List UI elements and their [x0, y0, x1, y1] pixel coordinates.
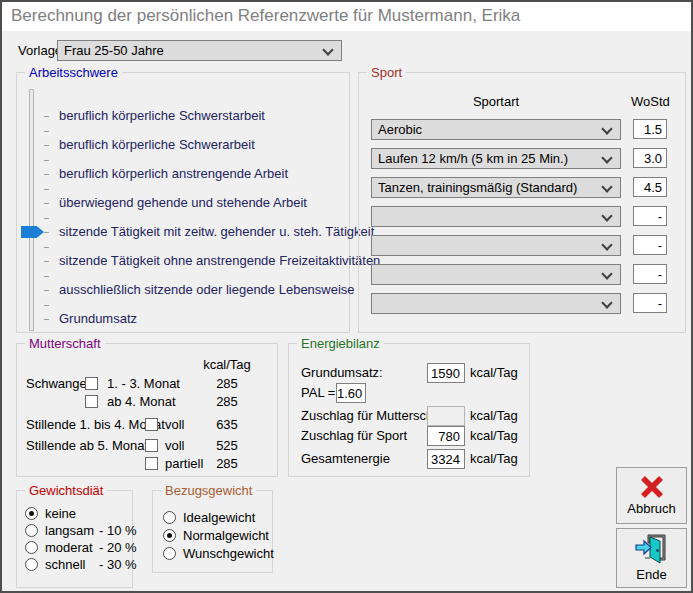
arbeitsschwere-item-2: beruflich körperlich anstrengende Arbeit: [59, 166, 288, 182]
stillende-1-4-voll-label: voll: [165, 417, 185, 433]
schwangere-1-3-monat-checkbox[interactable]: [85, 377, 98, 390]
pal-label: PAL =: [301, 385, 335, 401]
arbeitsschwere-slider-track[interactable]: [29, 89, 34, 331]
sportart-select-4[interactable]: [371, 206, 621, 227]
group-energiebilanz: Energiebilanz Grundumsatz: 1590 kcal/Tag…: [288, 343, 530, 477]
bezugsgewicht-radio-normalgewicht[interactable]: [163, 529, 176, 542]
gewichtsdiaet-pct-langsam: - 10 %: [99, 523, 137, 539]
stillende-ab-5-label: Stillende ab 5. Monat: [26, 438, 148, 454]
schwangere-ab-4-monat-checkbox[interactable]: [85, 395, 98, 408]
dialog-window: Berechnung der persönlichen Referenzwert…: [0, 0, 693, 593]
zuschlag-sport-label: Zuschlag für Sport: [301, 428, 407, 444]
bezugsgewicht-radio-wunschgewicht[interactable]: [163, 547, 176, 560]
arbeitsschwere-item-1: beruflich körperliche Schwerarbeit: [59, 137, 255, 153]
gewichtsdiaet-radio-keine[interactable]: [25, 507, 38, 520]
group-title-bezugsgewicht: Bezugsgewicht: [161, 483, 256, 498]
chevron-down-icon: [601, 268, 612, 279]
stillende-1-4-voll-value: 635: [202, 417, 252, 433]
gewichtsdiaet-radio-langsam[interactable]: [25, 524, 38, 537]
gewichtsdiaet-label-langsam: langsam: [45, 523, 94, 539]
vorlage-value: Frau 25-50 Jahre: [64, 43, 164, 58]
wostd-column-header: WoStd: [631, 94, 669, 110]
stillende-ab-5-voll-value: 525: [202, 438, 252, 454]
red-x-icon: [639, 476, 665, 498]
arbeitsschwere-item-4: sitzende Tätigkeit mit zeitw. gehender u…: [59, 224, 374, 240]
grundumsatz-unit: kcal/Tag: [470, 365, 518, 381]
abbruch-button-label: Abbruch: [627, 501, 675, 516]
wostd-input-7[interactable]: -: [633, 293, 667, 313]
zuschlag-mutterschaft-label: Zuschlag für Mutterschaft: [301, 408, 448, 424]
group-title-energiebilanz: Energiebilanz: [297, 336, 384, 351]
zuschlag-mutterschaft-unit: kcal/Tag: [470, 408, 518, 424]
sportart-select-7[interactable]: [371, 293, 621, 314]
schwangere-1-3-monat-label: 1. - 3. Monat: [107, 376, 180, 392]
pal-value[interactable]: 1.60: [336, 383, 366, 403]
schwangere-1-3-monat-value: 285: [202, 376, 252, 392]
stillende-1-4-label: Stillende 1. bis 4. Monat: [26, 417, 165, 433]
arbeitsschwere-item-0: beruflich körperliche Schwerstarbeit: [59, 108, 265, 124]
group-title-arbeitsschwere: Arbeitsschwere: [25, 65, 122, 80]
arbeitsschwere-slider-thumb[interactable]: [21, 226, 44, 238]
stillende-ab-5-partiell-checkbox[interactable]: [145, 457, 158, 470]
bezugsgewicht-label-wunschgewicht: Wunschgewicht: [183, 546, 274, 562]
group-mutterschaft: Mutterschaft kcal/Tag Schwangere 1. - 3.…: [16, 343, 278, 477]
gesamtenergie-unit: kcal/Tag: [470, 451, 518, 467]
group-title-gewichtsdiaet: Gewichtsdiät: [25, 483, 107, 498]
grundumsatz-label: Grundumsatz:: [301, 365, 383, 381]
chevron-down-icon: [601, 239, 612, 250]
sportart-select-5[interactable]: [371, 235, 621, 256]
zuschlag-sport-value: 780: [427, 426, 465, 446]
chevron-down-icon: [322, 44, 333, 55]
sportart-select-3[interactable]: Tanzen, trainingsmäßig (Standard): [371, 177, 621, 198]
group-arbeitsschwere: Arbeitsschwere beruflich körperliche Sch…: [16, 72, 350, 333]
exit-door-icon: [635, 534, 669, 564]
bezugsgewicht-label-normalgewicht: Normalgewicht: [183, 528, 269, 544]
ende-button-label: Ende: [636, 567, 666, 582]
arbeitsschwere-item-7: Grundumsatz: [59, 311, 137, 327]
stillende-ab-5-partiell-value: 285: [202, 456, 252, 472]
sportart-select-6[interactable]: [371, 264, 621, 285]
gewichtsdiaet-label-schnell: schnell: [45, 557, 85, 573]
arbeitsschwere-item-5: sitzende Tätigkeit ohne anstrengende Fre…: [59, 253, 380, 269]
zuschlag-sport-unit: kcal/Tag: [470, 428, 518, 444]
abbruch-button[interactable]: Abbruch: [616, 467, 687, 524]
stillende-ab-5-partiell-label: partiell: [165, 456, 203, 472]
wostd-input-1[interactable]: 1.5: [633, 119, 667, 139]
sportart-select-1[interactable]: Aerobic: [371, 119, 621, 140]
gewichtsdiaet-pct-schnell: - 30 %: [99, 557, 137, 573]
stillende-ab-5-voll-checkbox[interactable]: [145, 439, 158, 452]
sportart-column-header: Sportart: [371, 94, 621, 110]
group-sport: Sport Sportart WoStd Aerobic 1.5 Laufen …: [358, 72, 686, 333]
kcal-unit-header: kcal/Tag: [197, 357, 257, 373]
chevron-down-icon: [601, 297, 612, 308]
wostd-input-3[interactable]: 4.5: [633, 177, 667, 197]
arbeitsschwere-item-3: überwiegend gehende und stehende Arbeit: [59, 195, 307, 211]
chevron-down-icon: [601, 123, 612, 134]
window-title: Berechnung der persönlichen Referenzwert…: [11, 6, 520, 26]
chevron-down-icon: [601, 181, 612, 192]
wostd-input-4[interactable]: -: [633, 206, 667, 226]
title-bar: Berechnung der persönlichen Referenzwert…: [2, 2, 691, 31]
stillende-1-4-voll-checkbox[interactable]: [145, 418, 158, 431]
sportart-value-3: Tanzen, trainingsmäßig (Standard): [378, 180, 577, 195]
chevron-down-icon: [601, 152, 612, 163]
zuschlag-mutterschaft-value: [427, 406, 465, 426]
schwangere-ab-4-monat-label: ab 4. Monat: [107, 394, 176, 410]
bezugsgewicht-radio-idealgewicht[interactable]: [163, 511, 176, 524]
gesamtenergie-value: 3324: [427, 449, 465, 469]
vorlage-select[interactable]: Frau 25-50 Jahre: [57, 40, 342, 61]
arbeitsschwere-item-6: ausschließlich sitzende oder liegende Le…: [59, 282, 355, 298]
group-bezugsgewicht: Bezugsgewicht Idealgewicht Normalgewicht…: [152, 490, 273, 573]
chevron-down-icon: [601, 210, 612, 221]
gewichtsdiaet-label-moderat: moderat: [45, 540, 93, 556]
group-title-sport: Sport: [367, 65, 406, 80]
gewichtsdiaet-radio-schnell[interactable]: [25, 558, 38, 571]
wostd-input-5[interactable]: -: [633, 235, 667, 255]
wostd-input-6[interactable]: -: [633, 264, 667, 284]
grundumsatz-value: 1590: [427, 363, 465, 383]
gesamtenergie-label: Gesamtenergie: [301, 451, 390, 467]
ende-button[interactable]: Ende: [616, 528, 687, 588]
sportart-select-2[interactable]: Laufen 12 km/h (5 km in 25 Min.): [371, 148, 621, 169]
gewichtsdiaet-radio-moderat[interactable]: [25, 541, 38, 554]
wostd-input-2[interactable]: 3.0: [633, 148, 667, 168]
